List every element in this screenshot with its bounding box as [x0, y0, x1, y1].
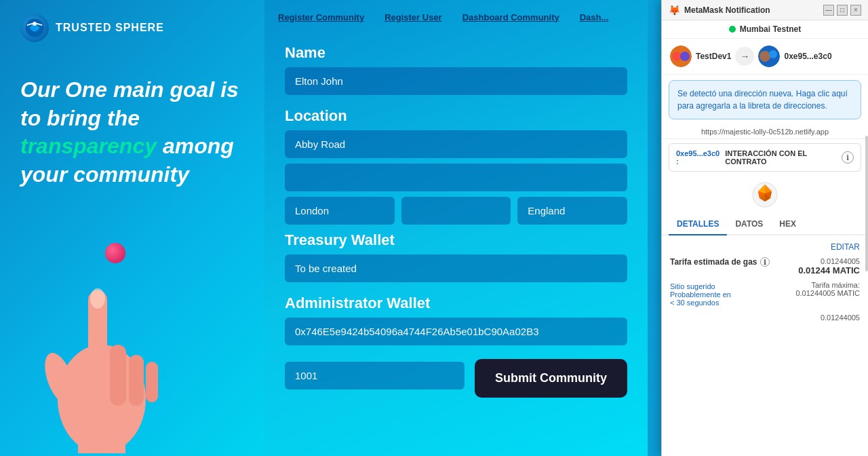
hero-line3: among — [163, 134, 234, 158]
mm-metamask-logo — [662, 176, 868, 214]
mm-gas-row: Tarifa estimada de gas ℹ 0.01244005 0.01… — [670, 257, 860, 276]
submit-community-button[interactable]: Submit Community — [475, 359, 627, 398]
nav-dashboard-community[interactable]: Dashboard Community — [462, 12, 559, 22]
mm-from-name: TestDev1 — [696, 52, 731, 61]
left-panel: TRUSTED SPHERE Our One main goal is to b… — [0, 0, 264, 456]
mm-tab-detalles[interactable]: DETALLES — [669, 214, 727, 235]
location-line1-input[interactable] — [285, 130, 627, 158]
hero-line4: your community — [20, 162, 189, 187]
mm-contract-address: 0xe95...e3c0: — [676, 149, 719, 166]
mm-contract-label: INTERACCIÓN CON EL CONTRATO — [725, 149, 836, 166]
mm-network-indicator — [729, 26, 736, 33]
svg-rect-9 — [78, 440, 125, 453]
mm-titlebar-left: 🦊 MetaMask Notification — [669, 5, 770, 16]
svg-rect-5 — [110, 345, 126, 406]
location-label: Location — [285, 107, 627, 125]
mm-titlebar: 🦊 MetaMask Notification — □ × — [662, 0, 868, 20]
submit-area: Submit Community — [285, 359, 627, 398]
mm-info-icon[interactable]: ℹ — [842, 151, 854, 164]
mm-tab-hex[interactable]: HEX — [771, 214, 804, 235]
hand-illustration — [34, 250, 203, 456]
mm-arrow-icon: → — [735, 47, 754, 66]
mm-network-name: Mumbai Testnet — [740, 24, 801, 34]
location-city-row — [285, 197, 627, 225]
svg-rect-7 — [146, 362, 158, 402]
mm-site-url: https://majestic-lolly-0c512b.netlify.ap… — [662, 125, 868, 139]
svg-rect-6 — [129, 355, 144, 406]
right-panel: Name Location Treasury Wallet Administra… — [264, 0, 648, 456]
mm-fox-icon: 🦊 — [669, 5, 680, 16]
mm-gas-value: 0.01244005 0.01244 MATIC — [798, 257, 860, 276]
mm-site-suggest: Sitio sugerido Probablemente en < 30 seg… — [670, 280, 731, 307]
mm-from-avatar — [670, 45, 692, 67]
form-content: Name Location Treasury Wallet Administra… — [285, 37, 634, 456]
mm-tabs: DETALLES DATOS HEX — [662, 214, 868, 235]
hero-line1: Our One main goal is — [20, 77, 239, 102]
svg-point-16 — [769, 50, 777, 58]
mm-scrollbar[interactable] — [865, 136, 868, 271]
mm-close-button[interactable]: × — [850, 5, 861, 16]
city-input[interactable] — [285, 197, 395, 225]
admin-label: Administrator Wallet — [285, 294, 627, 312]
nav-dashboard-extra[interactable]: Dash... — [580, 12, 609, 22]
mm-suggest-row: Sitio sugerido Probablemente en < 30 seg… — [670, 280, 860, 307]
hero-line2: to bring the — [20, 106, 140, 130]
location-line2-input[interactable] — [285, 164, 627, 191]
mm-window-buttons: — □ × — [823, 5, 861, 16]
mm-title: MetaMask Notification — [684, 5, 770, 15]
community-id-input[interactable] — [285, 362, 465, 390]
svg-point-13 — [680, 52, 690, 61]
metamask-popup: 🦊 MetaMask Notification — □ × Mumbai Tes… — [661, 0, 868, 456]
mm-bottom-value: 0.01244005 — [670, 314, 860, 322]
hero-highlight: transparency — [20, 134, 157, 158]
country-input[interactable] — [517, 197, 627, 225]
nav-register-community[interactable]: Register Community — [278, 12, 364, 22]
logo-area: TRUSTED SPHERE — [20, 14, 164, 42]
mm-gas-label: Tarifa estimada de gas ℹ — [670, 257, 770, 267]
treasury-label: Treasury Wallet — [285, 231, 627, 249]
mm-notification-box[interactable]: Se detectó una dirección nueva. Haga cli… — [669, 80, 861, 119]
mm-contract-row: 0xe95...e3c0: INTERACCIÓN CON EL CONTRAT… — [669, 143, 861, 172]
mm-to-address: 0xe95...e3c0 — [784, 52, 831, 61]
hero-text: Our One main goal is to bring the transp… — [20, 76, 239, 189]
name-input[interactable] — [285, 67, 627, 95]
mm-gas-info-icon[interactable]: ℹ — [760, 257, 770, 267]
ball-decoration — [105, 243, 125, 263]
postal-input[interactable] — [401, 197, 511, 225]
app-name: TRUSTED SPHERE — [56, 22, 164, 34]
logo-icon — [20, 14, 49, 42]
mm-from-to: TestDev1 → 0xe95...e3c0 — [662, 39, 868, 75]
svg-point-12 — [672, 52, 682, 61]
mm-details-pane: EDITAR Tarifa estimada de gas ℹ 0.012440… — [662, 235, 868, 456]
mm-edit-link[interactable]: EDITAR — [670, 242, 860, 252]
mm-maximize-button[interactable]: □ — [837, 5, 848, 16]
mm-to-avatar — [758, 45, 780, 67]
mm-probably: Probablemente en — [670, 290, 731, 299]
treasury-input[interactable] — [285, 254, 627, 282]
name-label: Name — [285, 44, 627, 62]
mm-network-bar: Mumbai Testnet — [662, 20, 868, 39]
mm-minimize-button[interactable]: — — [823, 5, 834, 16]
svg-point-1 — [33, 22, 37, 26]
nav-register-user[interactable]: Register User — [384, 12, 442, 22]
mm-max-fee: Tarifa máxima: 0.01244005 MATIC — [795, 281, 860, 297]
admin-wallet-input[interactable] — [285, 318, 627, 345]
svg-point-15 — [760, 51, 770, 62]
mm-probably-time: < 30 segundos — [670, 299, 731, 307]
svg-point-8 — [90, 288, 105, 309]
mm-tab-datos[interactable]: DATOS — [727, 214, 771, 235]
